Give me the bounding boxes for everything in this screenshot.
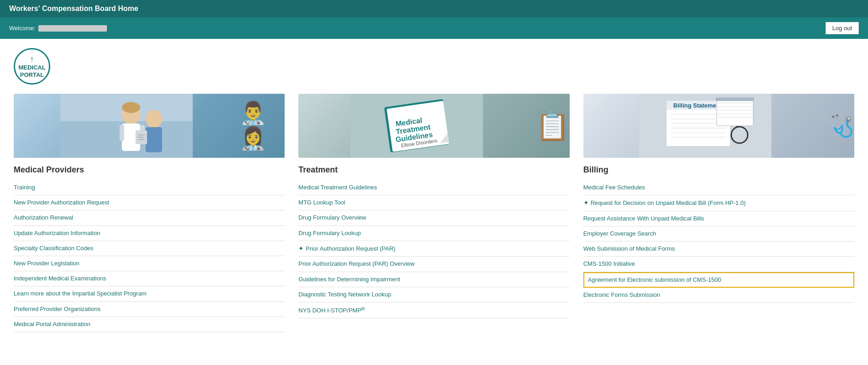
list-item: Specialty Classification Codes <box>14 241 285 256</box>
drug-formulary-lookup-link[interactable]: Drug Formulary Lookup <box>298 229 569 237</box>
svg-point-7 <box>146 110 162 128</box>
cms1500-agreement-link[interactable]: Agreement for Electronic submission of C… <box>588 276 850 284</box>
fee-schedules-link[interactable]: Medical Fee Schedules <box>583 183 854 192</box>
list-item: NYS DOH I-STOP/PMP⧉ <box>298 302 569 319</box>
list-item: Medical Fee Schedules <box>583 180 854 195</box>
drug-formulary-overview-link[interactable]: Drug Formulary Overview <box>298 214 569 222</box>
list-item: Independent Medical Examinations <box>14 271 285 286</box>
mtg-link[interactable]: Medical Treatment Guidelines <box>298 183 569 192</box>
impartial-link[interactable]: Learn more about the Impartial Specialis… <box>14 290 285 298</box>
logout-button[interactable]: Log out <box>826 22 859 34</box>
medical-portal-logo: ↑ MEDICAL PORTAL <box>14 48 50 85</box>
list-item: Drug Formulary Overview <box>298 210 569 225</box>
svg-rect-39 <box>715 97 754 101</box>
electronic-forms-link[interactable]: Electronic Forms Submission <box>583 291 854 299</box>
treatment-title: Treatment <box>298 165 569 175</box>
svg-rect-4 <box>120 125 124 141</box>
list-item: Electronic Forms Submission <box>583 288 854 303</box>
impairment-link[interactable]: Guidelines for Determining Impairment <box>298 275 569 284</box>
logo-line2: PORTAL <box>20 71 44 79</box>
welcome-bar: Welcome: Log out <box>0 17 868 39</box>
employer-coverage-link[interactable]: Employer Coverage Search <box>583 230 854 238</box>
list-item: Employer Coverage Search <box>583 226 854 242</box>
logo-line1: MEDICAL <box>18 64 45 71</box>
list-item: Training <box>14 180 285 195</box>
treatment-links: Medical Treatment Guidelines MTG Lookup … <box>298 180 569 318</box>
list-item: Diagnostic Testing Network Lookup <box>298 287 569 302</box>
list-item: Medical Treatment Guidelines <box>298 180 569 195</box>
medical-providers-title: Medical Providers <box>14 165 285 175</box>
list-item: New Provider Authorization Request <box>14 195 285 210</box>
list-item: Request Assistance With Unpaid Medical B… <box>583 211 854 226</box>
billing-title: Billing <box>583 165 854 175</box>
specialty-codes-link[interactable]: Specialty Classification Codes <box>14 244 285 252</box>
list-item: Guidelines for Determining Impairment <box>298 272 569 287</box>
welcome-label: Welcome: <box>9 25 36 32</box>
par-link[interactable]: ✦Prior Authorization Request (PAR) <box>298 244 569 253</box>
list-item: MTG Lookup Tool <box>298 195 569 210</box>
preferred-orgs-link[interactable]: Preferred Provider Organizations <box>14 305 285 313</box>
par-overview-link[interactable]: Prior Authorization Request (PAR) Overvi… <box>298 260 569 268</box>
hp10-link[interactable]: ✦Request for Decision on Unpaid Medical … <box>583 199 854 208</box>
svg-rect-8 <box>146 127 162 152</box>
auth-renewal-link[interactable]: Authorization Renewal <box>14 214 285 222</box>
list-item: Web Submission of Medical Forms <box>583 242 854 257</box>
unpaid-bills-link[interactable]: Request Assistance With Unpaid Medical B… <box>583 215 854 223</box>
medical-providers-column: Medical Providers Training New Provider … <box>14 94 298 332</box>
app-title: Workers' Compensation Board Home <box>9 5 138 12</box>
list-item: Preferred Provider Organizations <box>14 302 285 317</box>
list-item: Prior Authorization Request (PAR) Overvi… <box>298 257 569 272</box>
new-provider-leg-link[interactable]: New Provider Legislation <box>14 259 285 268</box>
treatment-column: Medical Treatment Guidelines Elbow Disor… <box>298 94 583 318</box>
treatment-banner: Medical Treatment Guidelines Elbow Disor… <box>298 94 569 158</box>
web-submission-link[interactable]: Web Submission of Medical Forms <box>583 245 854 253</box>
top-bar: Workers' Compensation Board Home <box>0 0 868 17</box>
list-item: Authorization Renewal <box>14 210 285 225</box>
list-item: Update Authorization Information <box>14 226 285 241</box>
medical-providers-links: Training New Provider Authorization Requ… <box>14 180 285 332</box>
svg-text:Billing Statement: Billing Statement <box>673 102 722 109</box>
diamond-icon: ✦ <box>298 245 304 252</box>
list-item: New Provider Legislation <box>14 256 285 271</box>
list-item: Learn more about the Impartial Specialis… <box>14 286 285 301</box>
list-item: CMS-1500 Initiative <box>583 257 854 272</box>
mtg-lookup-link[interactable]: MTG Lookup Tool <box>298 199 569 207</box>
ime-link[interactable]: Independent Medical Examinations <box>14 274 285 283</box>
diamond-icon: ✦ <box>583 199 589 206</box>
username-placeholder <box>38 25 107 32</box>
list-item: ✦Request for Decision on Unpaid Medical … <box>583 195 854 211</box>
columns-wrapper: Medical Providers Training New Provider … <box>14 94 854 332</box>
svg-rect-33 <box>716 98 753 126</box>
list-item: ✦Prior Authorization Request (PAR) <box>298 241 569 257</box>
list-item: Drug Formulary Lookup <box>298 226 569 241</box>
new-provider-auth-link[interactable]: New Provider Authorization Request <box>14 199 285 207</box>
welcome-section: Welcome: <box>9 25 107 32</box>
main-content: ↑ MEDICAL PORTAL <box>0 39 868 346</box>
update-auth-link[interactable]: Update Authorization Information <box>14 229 285 237</box>
billing-links: Medical Fee Schedules ✦Request for Decis… <box>583 180 854 303</box>
billing-column: Billing Statement <box>583 94 854 303</box>
dtn-lookup-link[interactable]: Diagnostic Testing Network Lookup <box>298 290 569 299</box>
portal-admin-link[interactable]: Medical Portal Administration <box>14 320 285 328</box>
list-item: Medical Portal Administration <box>14 317 285 332</box>
cms1500-link[interactable]: CMS-1500 Initiative <box>583 260 854 268</box>
medical-providers-banner <box>14 94 285 158</box>
logo-area: ↑ MEDICAL PORTAL <box>14 48 854 85</box>
training-link[interactable]: Training <box>14 183 285 192</box>
nys-doh-link[interactable]: NYS DOH I-STOP/PMP⧉ <box>298 306 569 315</box>
cms1500-agreement-item: Agreement for Electronic submission of C… <box>583 272 854 288</box>
svg-point-6 <box>122 102 140 113</box>
external-link-icon: ⧉ <box>361 306 365 311</box>
billing-banner: Billing Statement <box>583 94 854 158</box>
